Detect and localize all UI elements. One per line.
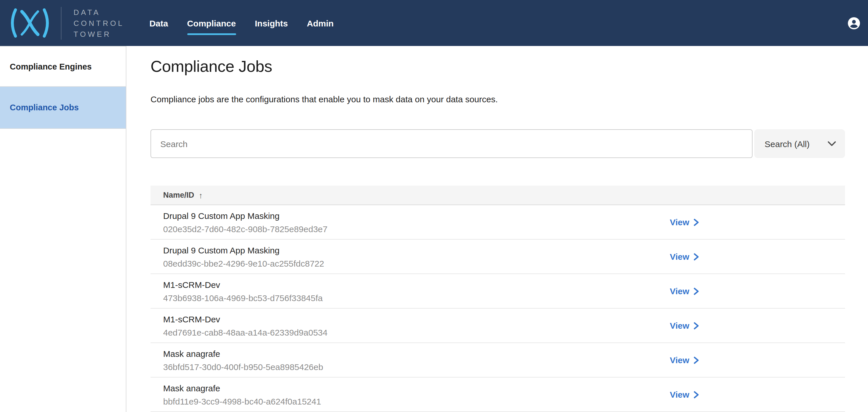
search-input[interactable] — [151, 129, 752, 158]
app-window: DATA CONTROL TOWER Data Compliance Insig… — [0, 0, 868, 412]
brand-logo: DATA CONTROL TOWER — [0, 0, 124, 46]
brand-line-2: CONTROL — [73, 18, 124, 28]
job-cell: Mask anagrafe 36bfd517-30d0-400f-b950-5e… — [163, 347, 670, 373]
view-link-label: View — [670, 321, 689, 330]
job-id: 36bfd517-30d0-400f-b950-5ea8985426eb — [163, 360, 670, 373]
brand-wordmark: DATA CONTROL TOWER — [73, 7, 124, 39]
view-link[interactable]: View — [670, 286, 699, 296]
brand-divider — [61, 7, 61, 39]
page-description: Compliance jobs are the configurations t… — [151, 94, 845, 104]
job-id: bbfd11e9-3cc9-4998-bc40-a624f0a15241 — [163, 394, 670, 408]
job-id: 020e35d2-7d60-482c-908b-7825e89ed3e7 — [163, 222, 670, 235]
job-cell: Drupal 9 Custom App Masking 020e35d2-7d6… — [163, 209, 670, 235]
main-panel: Compliance Jobs Compliance jobs are the … — [126, 46, 868, 412]
search-scope-dropdown[interactable]: Search (All) — [754, 129, 845, 158]
chevron-right-icon — [693, 356, 699, 364]
job-cell: M1-sCRM-Dev 4ed7691e-cab8-48aa-a14a-6233… — [163, 312, 670, 339]
view-link[interactable]: View — [670, 355, 699, 365]
job-id: 08edd39c-bbe2-4296-9e10-ac255fdc8722 — [163, 257, 670, 270]
job-cell: Mask anagrafe bbfd11e9-3cc9-4998-bc40-a6… — [163, 381, 670, 408]
chevron-right-icon — [693, 390, 699, 399]
view-link-label: View — [670, 286, 689, 296]
chevron-right-icon — [693, 287, 699, 295]
search-scope-label: Search (All) — [765, 139, 810, 149]
job-name: Drupal 9 Custom App Masking — [163, 243, 670, 257]
job-id: 473b6938-106a-4969-bc53-d756f33845fa — [163, 291, 670, 304]
job-cell: M1-sCRM-Dev 473b6938-106a-4969-bc53-d756… — [163, 278, 670, 304]
table-row: M1-sCRM-Dev 4ed7691e-cab8-48aa-a14a-6233… — [151, 308, 845, 343]
nav-item-insights[interactable]: Insights — [255, 18, 288, 28]
brand-line-3: TOWER — [73, 28, 124, 39]
view-link[interactable]: View — [670, 252, 699, 261]
table-row: Mask anagrafe 36bfd517-30d0-400f-b950-5e… — [151, 343, 845, 378]
view-link[interactable]: View — [670, 321, 699, 330]
job-name: M1-sCRM-Dev — [163, 278, 670, 291]
job-cell: Drupal 9 Custom App Masking 08edd39c-bbe… — [163, 243, 670, 270]
view-link-label: View — [670, 252, 689, 261]
job-name: Mask anagrafe — [163, 381, 670, 394]
table-row: Drupal 9 Custom App Masking 08edd39c-bbe… — [151, 240, 845, 274]
sort-ascending-icon: ↑ — [199, 190, 203, 200]
chevron-right-icon — [693, 253, 699, 261]
sidebar-item-label: Compliance Jobs — [10, 103, 79, 112]
sidebar-item-label: Compliance Engines — [10, 62, 92, 71]
chevron-right-icon — [693, 322, 699, 329]
job-name: M1-sCRM-Dev — [163, 312, 670, 325]
column-header-label: Name/ID — [163, 191, 194, 199]
table-row: Drupal 9 Custom App Masking 020e35d2-7d6… — [151, 205, 845, 240]
page-title: Compliance Jobs — [151, 57, 845, 76]
job-id: 4ed7691e-cab8-48aa-a14a-62339d9a0534 — [163, 325, 670, 339]
nav-item-data[interactable]: Data — [149, 18, 168, 28]
main-nav: Data Compliance Insights Admin — [149, 0, 334, 46]
top-navbar: DATA CONTROL TOWER Data Compliance Insig… — [0, 0, 868, 46]
view-link-label: View — [670, 355, 689, 365]
view-link[interactable]: View — [670, 390, 699, 400]
sidebar: Compliance Engines Compliance Jobs — [0, 46, 126, 412]
search-row: Search (All) — [151, 129, 845, 158]
chevron-right-icon — [693, 218, 699, 226]
nav-item-admin[interactable]: Admin — [307, 18, 334, 28]
view-link-label: View — [670, 390, 689, 400]
brand-line-1: DATA — [73, 7, 124, 18]
user-avatar-icon[interactable] — [847, 17, 861, 30]
table-row: Mask anagrafe bbfd11e9-3cc9-4998-bc40-a6… — [151, 378, 845, 412]
view-link-label: View — [670, 217, 689, 227]
chevron-down-icon — [828, 141, 836, 146]
infinity-logo-icon — [9, 7, 51, 38]
navbar-right — [847, 17, 861, 30]
nav-item-compliance[interactable]: Compliance — [187, 18, 236, 28]
content-area: Compliance Engines Compliance Jobs Compl… — [0, 46, 868, 412]
view-link[interactable]: View — [670, 217, 699, 227]
sidebar-item-compliance-engines[interactable]: Compliance Engines — [0, 46, 126, 87]
job-name: Mask anagrafe — [163, 347, 670, 360]
job-name: Drupal 9 Custom App Masking — [163, 209, 670, 222]
table-header-name-id[interactable]: Name/ID ↑ — [151, 185, 845, 205]
table-rows: Drupal 9 Custom App Masking 020e35d2-7d6… — [151, 205, 845, 412]
table-row: M1-sCRM-Dev 473b6938-106a-4969-bc53-d756… — [151, 274, 845, 308]
jobs-table: Name/ID ↑ Drupal 9 Custom App Masking 02… — [151, 185, 845, 412]
sidebar-item-compliance-jobs[interactable]: Compliance Jobs — [0, 87, 126, 129]
